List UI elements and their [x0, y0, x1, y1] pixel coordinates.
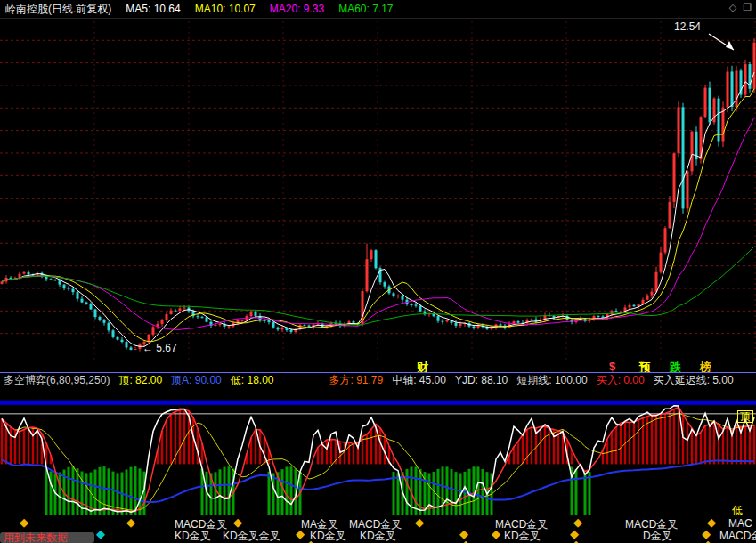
gold-diamond-icon: ◆: [126, 515, 135, 529]
signal-strip: 用到未来数据 ◆◆MACD金叉◆MA金叉MACD金叉◆MACD金叉◆MACD金叉…: [0, 0, 756, 543]
gold-diamond-icon: ◆: [492, 527, 500, 540]
signal-label: D金叉: [643, 529, 672, 543]
signal-label: MACD金: [719, 529, 756, 543]
gold-diamond-icon: ◆: [703, 538, 712, 543]
signal-label: KD金叉: [175, 529, 211, 543]
signal-label: MAC: [728, 517, 752, 530]
future-data-note: 用到未来数据: [4, 531, 68, 543]
signal-label: KD金叉: [360, 529, 396, 543]
gold-diamond-icon: ◆: [233, 515, 242, 529]
gold-diamond-icon: ◆: [296, 527, 305, 540]
gold-diamond-icon: ◆: [461, 538, 470, 543]
app-window: 岭南控股(日线.前复权) MA5: 10.64 MA10: 10.07 MA20…: [0, 0, 756, 543]
signal-label: KD金叉: [504, 529, 541, 543]
gold-diamond-icon: ◆: [415, 515, 424, 529]
gold-diamond-icon: ◆: [572, 538, 581, 543]
gold-diamond-icon: ◆: [306, 538, 315, 543]
gold-diamond-icon: ◆: [20, 515, 28, 529]
signal-label: KD金叉金叉: [223, 529, 280, 543]
cyan-diamond-icon: ◆: [96, 527, 105, 540]
signal-label: KD金叉: [310, 529, 346, 543]
